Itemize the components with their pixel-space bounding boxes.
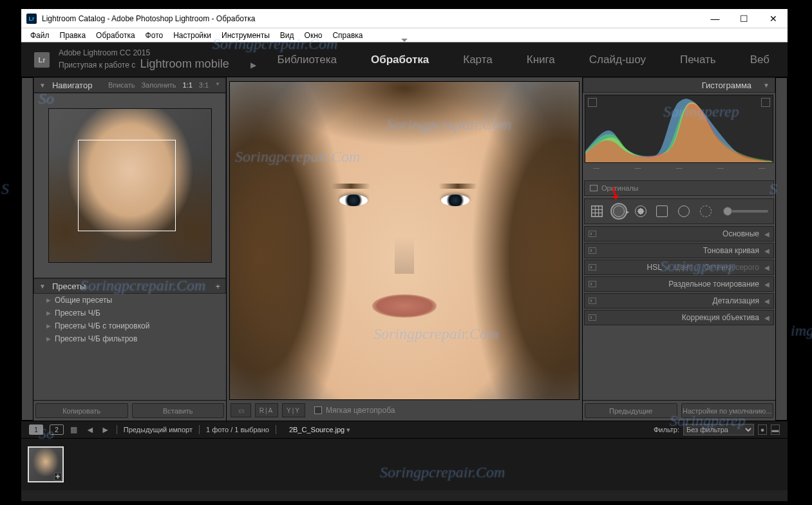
soft-proof-toggle[interactable]: Мягкая цветопроба: [314, 406, 395, 415]
soft-proof-label: Мягкая цветопроба: [326, 406, 395, 415]
nav-mode-3-1[interactable]: 3:1: [199, 81, 209, 89]
tab-book[interactable]: Книга: [520, 53, 562, 66]
preset-folder[interactable]: ▶Пресеты Ч/Б с тонировкой: [33, 319, 226, 332]
paste-settings-button[interactable]: Вставить: [132, 403, 225, 418]
menu-settings[interactable]: Настройки: [168, 29, 216, 42]
grid-view-icon[interactable]: ▦: [70, 425, 79, 434]
panel-switch-icon[interactable]: [589, 314, 596, 321]
tab-map[interactable]: Карта: [457, 53, 499, 66]
filmstrip[interactable]: ✚: [21, 439, 788, 490]
app-logo-icon: Lr: [26, 14, 37, 24]
next-photo-button[interactable]: ►: [101, 424, 110, 435]
filmstrip-thumbnail[interactable]: ✚: [28, 446, 64, 482]
panel-switch-icon[interactable]: [589, 281, 596, 287]
navigator-header[interactable]: ▼ Навигатор Вписать Заполнить 1:1 3:1 ▼: [33, 77, 226, 93]
menu-help[interactable]: Справка: [327, 29, 368, 42]
window-titlebar: Lr Lightroom Catalog - Adobe Photoshop L…: [21, 9, 788, 28]
image-canvas[interactable]: [229, 81, 580, 400]
menu-window[interactable]: Окно: [299, 29, 328, 42]
panel-switch-icon[interactable]: [589, 247, 596, 254]
lightroom-mobile-link[interactable]: Lightroom mobile: [140, 57, 229, 70]
panel-switch-icon[interactable]: [589, 298, 596, 304]
svg-rect-7: [595, 213, 598, 216]
left-edge-handle[interactable]: [21, 77, 33, 421]
nav-mode-fill[interactable]: Заполнить: [141, 81, 176, 89]
original-checkbox-icon[interactable]: [590, 185, 598, 191]
add-preset-button[interactable]: +: [215, 281, 220, 291]
svg-rect-0: [592, 206, 595, 209]
panel-switch-icon[interactable]: [589, 264, 596, 271]
copy-settings-button[interactable]: Копировать: [35, 403, 128, 418]
adjustment-brush-button[interactable]: [699, 204, 713, 218]
crop-tool-button[interactable]: [590, 204, 604, 218]
tab-print[interactable]: Печать: [674, 53, 722, 66]
tab-library[interactable]: Библиотека: [270, 53, 343, 66]
menu-photo[interactable]: Фото: [140, 29, 169, 42]
prev-photo-button[interactable]: ◄: [86, 424, 95, 435]
panel-tone-curve[interactable]: Тоновая кривая◀: [584, 243, 774, 258]
preset-folder[interactable]: ▶Пресеты Ч/Б фильтров: [33, 332, 226, 345]
filename-label[interactable]: 2B_C_Source.jpg: [289, 426, 345, 434]
nav-mode-fit[interactable]: Вписать: [108, 81, 135, 89]
preset-folder[interactable]: ▶Пресеты Ч/Б: [33, 307, 226, 319]
filter-dropdown[interactable]: Без фильтра: [683, 424, 754, 435]
checkbox-icon[interactable]: [314, 406, 322, 414]
collapse-icon: ▼: [763, 82, 770, 89]
minimize-button[interactable]: —: [701, 9, 730, 28]
menu-develop[interactable]: Обработка: [91, 29, 140, 42]
mobile-prefix-label: Приступая к работе с: [59, 61, 135, 70]
svg-rect-1: [595, 206, 598, 209]
before-after-ra-button[interactable]: R|A: [255, 403, 278, 417]
loupe-view-button[interactable]: ▭: [231, 403, 251, 417]
preset-folder[interactable]: ▶Общие пресеты: [33, 294, 226, 307]
collapse-handle-icon[interactable]: [401, 39, 408, 42]
before-after-yy-button[interactable]: Y|Y: [282, 403, 305, 417]
original-toggle-row[interactable]: Оригиналы: [584, 180, 774, 196]
maximize-button[interactable]: ☐: [730, 9, 759, 28]
navigator-crop-rectangle[interactable]: [78, 140, 176, 231]
panel-basic[interactable]: Основные◀: [584, 226, 774, 242]
source-label[interactable]: Предыдущий импорт: [124, 426, 193, 434]
preset-list: ▶Общие пресеты ▶Пресеты Ч/Б ▶Пресеты Ч/Б…: [33, 294, 226, 400]
panel-lens-correction[interactable]: Коррекция объектива◀: [584, 310, 774, 325]
filmstrip-info-bar: 1 2 ▦ ◄ ► Предыдущий импорт 1 фото / 1 в…: [21, 421, 788, 439]
graduated-filter-button[interactable]: [655, 204, 669, 218]
tool-size-slider[interactable]: [723, 210, 768, 213]
display-1-button[interactable]: 1: [29, 424, 43, 435]
menu-view[interactable]: Вид: [275, 29, 299, 42]
svg-rect-3: [592, 209, 595, 213]
navigator-preview[interactable]: [33, 93, 226, 278]
right-panel: Гистограмма ▼ — — — — —: [582, 77, 775, 421]
histogram-chart[interactable]: [585, 95, 773, 163]
photo-count-label: 1 фото / 1 выбрано: [206, 426, 269, 434]
play-icon[interactable]: ▶: [250, 61, 256, 70]
panel-hsl[interactable]: HSL/ Цвет/ Оттенки серого◀: [584, 260, 774, 275]
panel-split-toning[interactable]: Раздельное тонирование◀: [584, 276, 774, 292]
menu-tools[interactable]: Инструменты: [216, 29, 275, 42]
tab-slideshow[interactable]: Слайд-шоу: [583, 53, 652, 66]
filter-lock-icon[interactable]: ●: [758, 424, 767, 435]
svg-rect-5: [599, 209, 602, 213]
menu-edit[interactable]: Правка: [55, 29, 91, 42]
histogram-header[interactable]: Гистограмма ▼: [583, 77, 775, 93]
display-2-button[interactable]: 2: [50, 424, 64, 435]
module-tabs: Библиотека Обработка Карта Книга Слайд-ш…: [270, 53, 788, 66]
redeye-tool-button[interactable]: [634, 204, 648, 218]
presets-header[interactable]: ▼ Пресеты +: [33, 278, 226, 294]
filename-dropdown-icon[interactable]: ▾: [346, 426, 350, 434]
panel-switch-icon[interactable]: [589, 231, 596, 237]
filter-toggle-icon[interactable]: ▬: [771, 424, 780, 435]
radial-filter-button[interactable]: [677, 204, 691, 218]
zoom-dropdown-icon[interactable]: ▼: [215, 81, 220, 89]
spot-removal-tool-button[interactable]: ▸: [612, 204, 626, 218]
close-button[interactable]: ✕: [759, 9, 788, 28]
tab-web[interactable]: Веб: [744, 53, 776, 66]
nav-mode-1-1[interactable]: 1:1: [182, 81, 192, 89]
panel-detail[interactable]: Детализация◀: [584, 293, 774, 309]
right-edge-handle[interactable]: [775, 77, 788, 421]
svg-rect-8: [599, 213, 602, 216]
menu-file[interactable]: Файл: [25, 29, 55, 42]
previous-settings-button[interactable]: Предыдущие: [585, 403, 677, 418]
tab-develop[interactable]: Обработка: [364, 53, 435, 66]
default-settings-button[interactable]: Настройки по умолчанию...: [681, 403, 774, 418]
